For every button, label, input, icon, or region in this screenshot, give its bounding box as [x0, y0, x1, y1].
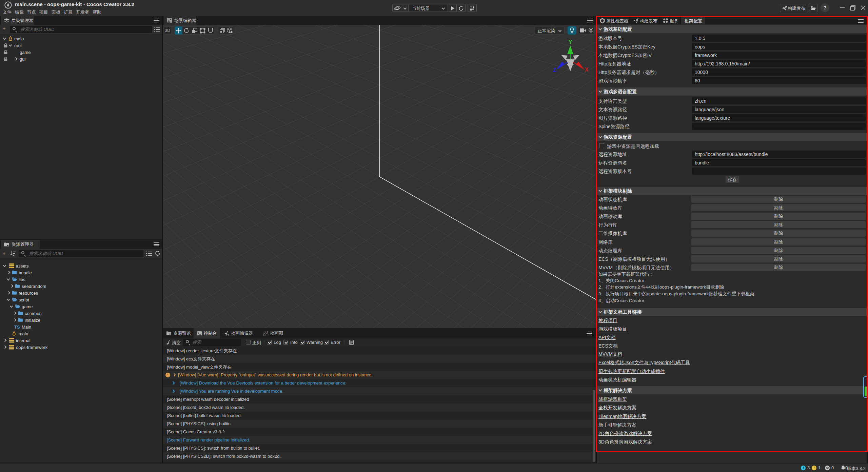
- svg-text:Y: Y: [569, 39, 572, 45]
- svg-text:Z: Z: [553, 67, 556, 73]
- svg-text:X: X: [585, 67, 589, 73]
